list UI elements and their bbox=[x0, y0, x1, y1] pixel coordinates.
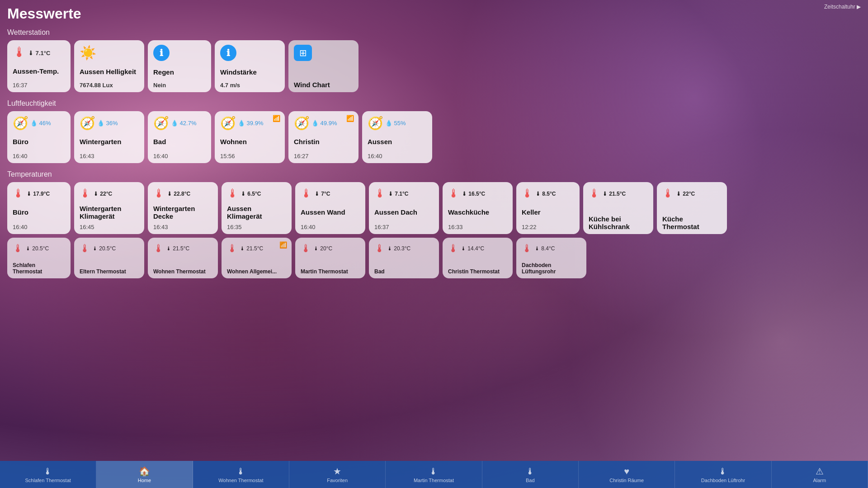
card-luft-wintergarten[interactable]: 🧭 💧 36% Wintergarten 16:43 bbox=[74, 111, 144, 163]
temp-wasch-time: 16:33 bbox=[448, 224, 507, 230]
card-temp-eltern[interactable]: 🌡 🌡 20.5°C Eltern Thermostat bbox=[74, 238, 144, 278]
temp-keller-time: 12:22 bbox=[522, 224, 574, 230]
compass-icon-wintergarten: 🧭 bbox=[80, 116, 95, 131]
nav-dachboden-lueftrohr[interactable]: 🌡 Dachboden Lüftrohr bbox=[675, 461, 771, 488]
card-temp-kueche-kuehlschrank[interactable]: 🌡 🌡 21.5°C Küche bei Kühlschrank bbox=[583, 182, 653, 234]
nav-alarm-label: Alarm bbox=[813, 478, 826, 483]
thermo-christin: 🌡 bbox=[448, 242, 459, 255]
card-temp-aussen-klima[interactable]: 🌡 🌡 6.5°C Aussen Klimagerät 16:35 bbox=[222, 182, 292, 234]
nav-christin-raeume[interactable]: ♥ Christin Räume bbox=[579, 461, 675, 488]
luftfeuchtigkeit-cards-row: 🧭 💧 46% Büro 16:40 🧭 💧 36% Wintergarten … bbox=[0, 109, 868, 167]
card-temp-buero[interactable]: 🌡 🌡 17.9°C Büro 16:40 bbox=[7, 182, 71, 234]
drop-wohnen: 💧 39.9% bbox=[238, 120, 263, 127]
card-regen[interactable]: ℹ Regen Nein bbox=[148, 40, 211, 92]
nav-home-label: Home bbox=[138, 478, 151, 483]
nav-favoriten[interactable]: ★ Favoriten bbox=[289, 461, 386, 488]
temp-ad-time: 16:37 bbox=[374, 224, 434, 230]
nav-schlafen-thermostat[interactable]: 🌡 Schlafen Thermostat bbox=[0, 461, 96, 488]
nav-bad[interactable]: 🌡 Bad bbox=[482, 461, 579, 488]
regen-value: Nein bbox=[153, 82, 206, 89]
luft-wohnen-time: 15:56 bbox=[220, 153, 279, 160]
aussen-temp-value: 🌡 7.1°C bbox=[28, 50, 50, 56]
card-luft-aussen[interactable]: 🧭 💧 55% Aussen 16:40 bbox=[362, 111, 432, 163]
card-windstaerke[interactable]: ℹ Windstärke 4.7 m/s bbox=[215, 40, 285, 92]
nav-martin-icon: 🌡 bbox=[429, 466, 438, 477]
luft-wintergarten-time: 16:43 bbox=[80, 153, 139, 160]
temp-christin-label: Christin Thermostat bbox=[448, 268, 507, 275]
zeitschaltuhr-link[interactable]: Zeitschaltuhr ▶ bbox=[824, 4, 861, 10]
info-icon-regen: ℹ bbox=[153, 45, 170, 61]
card-temp-schlafen[interactable]: 🌡 🌡 20.5°C Schlafen Thermostat bbox=[7, 238, 71, 278]
thermometer-icon: 🌡 bbox=[13, 45, 26, 60]
temp-aw-val: 🌡 7°C bbox=[314, 191, 330, 197]
compass-icon-aussen: 🧭 bbox=[368, 116, 383, 131]
nav-martin-label: Martin Thermostat bbox=[414, 478, 454, 483]
card-temp-aussen-dach[interactable]: 🌡 🌡 7.1°C Aussen Dach 16:37 bbox=[369, 182, 439, 234]
card-wind-chart[interactable]: ⊞ Wind Chart bbox=[288, 40, 359, 92]
nav-home[interactable]: 🏠 Home bbox=[96, 461, 193, 488]
card-luft-christin[interactable]: 📶 🧭 💧 49.9% Christin 16:27 bbox=[288, 111, 359, 163]
card-temp-christin-thermo[interactable]: 🌡 🌡 14.4°C Christin Thermostat bbox=[443, 238, 513, 278]
aussen-temp-label: Aussen-Temp. bbox=[13, 67, 65, 75]
nav-wohnen-label: Wohnen Thermostat bbox=[218, 478, 263, 483]
temp-dachboden-val: 🌡 8.4°C bbox=[534, 245, 555, 252]
card-temp-kueche-thermo[interactable]: 🌡 🌡 22°C Küche Thermostat bbox=[657, 182, 727, 234]
temp-martin-label: Martin Thermostat bbox=[301, 268, 360, 275]
temp-wk-val: 🌡 22°C bbox=[93, 191, 112, 197]
page-title: Messwerte bbox=[0, 2, 868, 26]
card-temp-martin[interactable]: 🌡 🌡 20°C Martin Thermostat bbox=[295, 238, 365, 278]
card-temp-aussen-wand[interactable]: 🌡 🌡 7°C Aussen Wand 16:40 bbox=[295, 182, 365, 234]
card-temp-wohnen-allg[interactable]: 📶 🌡 🌡 21.5°C Wohnen Allgemei... bbox=[222, 238, 292, 278]
aussen-helligkeit-value: 7674.88 Lux bbox=[80, 82, 139, 89]
temp-dachboden-label: Dachboden Lüftungsrohr bbox=[522, 262, 581, 275]
luft-buero-label: Büro bbox=[13, 138, 65, 145]
luft-christin-label: Christin bbox=[294, 138, 353, 145]
temp-kt-label: Küche Thermostat bbox=[662, 215, 722, 230]
wind-chart-label: Wind Chart bbox=[294, 81, 353, 89]
card-luft-buero[interactable]: 🧭 💧 46% Büro 16:40 bbox=[7, 111, 71, 163]
card-temp-bad2[interactable]: 🌡 🌡 20.3°C Bad bbox=[369, 238, 439, 278]
thermo-kks: 🌡 bbox=[589, 187, 600, 201]
temp-bad2-label: Bad bbox=[374, 268, 434, 275]
windchart-icon: ⊞ bbox=[294, 45, 312, 61]
card-aussen-temp[interactable]: 🌡 🌡 7.1°C Aussen-Temp. 16:37 bbox=[7, 40, 71, 92]
card-temp-wintergarten-decke[interactable]: 🌡 🌡 22.8°C Wintergarten Decke 16:43 bbox=[148, 182, 218, 234]
temp-wasch-label: Waschküche bbox=[448, 208, 507, 216]
luft-wintergarten-label: Wintergarten bbox=[80, 138, 139, 145]
card-luft-bad[interactable]: 🧭 💧 42.7% Bad 16:40 bbox=[148, 111, 211, 163]
nav-wohnen-thermostat[interactable]: 🌡 Wohnen Thermostat bbox=[193, 461, 289, 488]
nav-martin-thermostat[interactable]: 🌡 Martin Thermostat bbox=[386, 461, 482, 488]
thermo-schlafen: 🌡 bbox=[13, 242, 24, 255]
nav-home-icon: 🏠 bbox=[139, 466, 150, 477]
nav-bar: 🌡 Schlafen Thermostat 🏠 Home 🌡 Wohnen Th… bbox=[0, 461, 868, 488]
luft-aussen-label: Aussen bbox=[368, 138, 427, 145]
wetterstation-cards-row: 🌡 🌡 7.1°C Aussen-Temp. 16:37 ☀️ Aussen H… bbox=[0, 38, 868, 96]
luft-bad-label: Bad bbox=[153, 138, 206, 145]
temp-buero-label: Büro bbox=[13, 208, 65, 216]
temp-wohnen-allg-label: Wohnen Allgemei... bbox=[227, 268, 286, 275]
compass-icon-buero: 🧭 bbox=[13, 116, 28, 131]
section-wetterstation: Wetterstation bbox=[0, 26, 868, 38]
thermo-wd: 🌡 bbox=[153, 187, 165, 201]
card-temp-keller[interactable]: 🌡 🌡 8.5°C Keller 12:22 bbox=[516, 182, 580, 234]
nav-bad-label: Bad bbox=[526, 478, 535, 483]
temp-eltern-label: Eltern Thermostat bbox=[80, 268, 139, 275]
card-temp-dachboden[interactable]: 🌡 🌡 8.4°C Dachboden Lüftungsrohr bbox=[516, 238, 586, 278]
card-aussen-helligkeit[interactable]: ☀️ Aussen Helligkeit 7674.88 Lux bbox=[74, 40, 144, 92]
luft-aussen-time: 16:40 bbox=[368, 153, 427, 160]
temp-aw-time: 16:40 bbox=[301, 224, 360, 230]
card-temp-wohnen-thermo[interactable]: 🌡 🌡 21.5°C Wohnen Thermostat bbox=[148, 238, 218, 278]
thermo-martin: 🌡 bbox=[301, 242, 311, 255]
card-temp-wintergarten-klima[interactable]: 🌡 🌡 22°C Wintergarten Klimagerät 16:45 bbox=[74, 182, 144, 234]
nav-bad-icon: 🌡 bbox=[526, 466, 535, 477]
card-luft-wohnen[interactable]: 📶 🧭 💧 39.9% Wohnen 15:56 bbox=[215, 111, 285, 163]
temp-kks-label: Küche bei Kühlschrank bbox=[589, 215, 648, 230]
temp-ad-label: Aussen Dach bbox=[374, 208, 434, 216]
thermo-dachboden: 🌡 bbox=[522, 242, 533, 255]
nav-christin-label: Christin Räume bbox=[609, 478, 644, 483]
nav-alarm[interactable]: ⚠ Alarm bbox=[772, 461, 868, 488]
card-temp-waschkueche[interactable]: 🌡 🌡 16.5°C Waschküche 16:33 bbox=[443, 182, 513, 234]
temp-ad-val: 🌡 7.1°C bbox=[388, 191, 408, 197]
drop-christin: 💧 49.9% bbox=[311, 120, 337, 127]
temp-wd-time: 16:43 bbox=[153, 224, 212, 230]
